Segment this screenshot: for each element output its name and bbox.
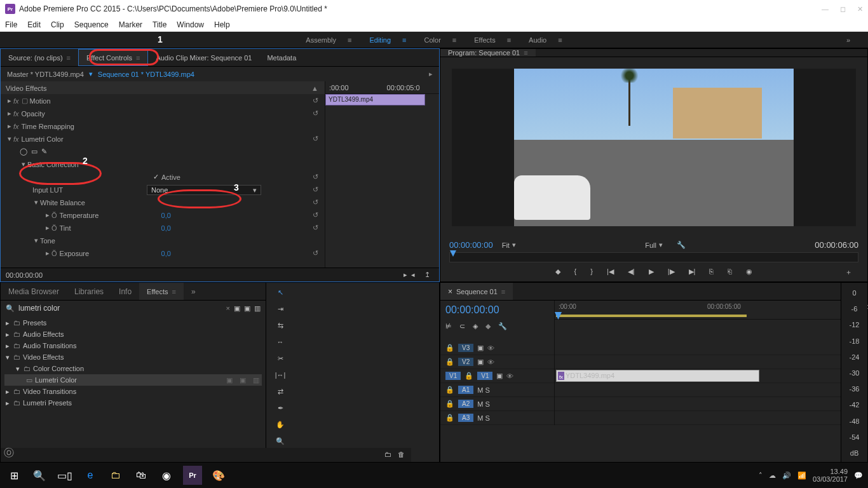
paint-icon[interactable]: 🎨 bbox=[210, 466, 227, 484]
ec-tone[interactable]: Tone bbox=[40, 237, 55, 245]
premiere-taskbar-icon[interactable]: Pr bbox=[183, 466, 202, 485]
store-icon[interactable]: 🛍 bbox=[132, 466, 150, 484]
goto-in-button[interactable]: |◀ bbox=[607, 268, 614, 276]
menu-file[interactable]: File bbox=[5, 20, 17, 29]
effects-search-input[interactable] bbox=[18, 304, 222, 313]
eye-icon[interactable]: 👁 bbox=[487, 358, 494, 366]
add-marker-icon[interactable]: ◈ bbox=[473, 322, 478, 330]
workspace-color[interactable]: Color bbox=[424, 36, 441, 44]
step-forward-button[interactable]: |▶ bbox=[668, 268, 675, 276]
twisty-icon[interactable]: ▸ bbox=[4, 388, 11, 396]
taskbar-clock[interactable]: 13.49 03/03/2017 bbox=[813, 468, 848, 483]
mask-ellipse-icon[interactable]: ◯ bbox=[20, 147, 27, 156]
mask-pen-icon[interactable]: ✎ bbox=[41, 147, 47, 156]
menu-marker[interactable]: Marker bbox=[119, 20, 142, 29]
program-scrub-bar[interactable] bbox=[449, 252, 858, 262]
twisty-icon[interactable]: ▾ bbox=[4, 353, 11, 362]
edge-icon[interactable]: e bbox=[81, 466, 99, 484]
workspace-editing[interactable]: Editing bbox=[369, 36, 391, 44]
tab-libraries[interactable]: Libraries bbox=[67, 283, 111, 300]
reset-icon[interactable]: ↺ bbox=[313, 135, 318, 143]
ec-loop-icon[interactable]: ▸◂ bbox=[403, 271, 419, 278]
mask-rect-icon[interactable]: ▭ bbox=[31, 147, 37, 156]
menu-clip[interactable]: Clip bbox=[51, 20, 64, 29]
track-select-tool-icon[interactable]: ⇥ bbox=[274, 303, 287, 315]
start-button[interactable]: ⊞ bbox=[5, 466, 23, 484]
track-ms[interactable]: M S bbox=[477, 386, 490, 394]
track-ms[interactable]: M S bbox=[477, 414, 490, 422]
tab-media-browser[interactable]: Media Browser bbox=[1, 283, 67, 300]
tab-source[interactable]: Source: (no clips) ≡ bbox=[1, 49, 78, 66]
twisty-icon[interactable]: ▸ bbox=[6, 97, 13, 105]
close-button[interactable]: ✕ bbox=[857, 5, 863, 13]
pen-tool-icon[interactable]: ✒ bbox=[274, 402, 287, 414]
track-toggle-icon[interactable]: ▣ bbox=[496, 372, 503, 380]
new-bin-icon[interactable]: 🗀 bbox=[384, 451, 391, 459]
twisty-icon[interactable]: ▸ bbox=[6, 109, 13, 118]
ec-footer-timecode[interactable]: 00:00:00:00 bbox=[6, 271, 43, 279]
search-button[interactable]: 🔍 bbox=[31, 466, 48, 484]
reset-icon[interactable]: ↺ bbox=[313, 198, 318, 207]
tray-chevron-icon[interactable]: ˄ bbox=[759, 471, 763, 480]
track-toggle-icon[interactable]: ▣ bbox=[477, 358, 484, 366]
twisty-icon[interactable]: ▸ bbox=[44, 224, 51, 232]
twisty-icon[interactable]: ▾ bbox=[20, 160, 27, 168]
tab-effect-controls[interactable]: Effect Controls ≡ bbox=[78, 49, 148, 66]
track-v3[interactable]: V3 bbox=[458, 344, 473, 352]
tree-lumetri-color[interactable]: Lumetri Color bbox=[35, 376, 77, 384]
track-v1-source[interactable]: V1 bbox=[445, 372, 461, 380]
lift-button[interactable]: ⎘ bbox=[709, 268, 714, 276]
reset-icon[interactable]: ↺ bbox=[313, 186, 318, 194]
delete-icon[interactable]: 🗑 bbox=[398, 451, 405, 459]
goto-out-button[interactable]: ▶| bbox=[689, 268, 696, 276]
tree-color-correction[interactable]: Color Correction bbox=[33, 365, 84, 372]
twisty-icon[interactable]: ▸ bbox=[4, 319, 11, 327]
tab-info[interactable]: Info bbox=[111, 283, 139, 300]
tray-onedrive-icon[interactable]: ☁ bbox=[769, 471, 776, 480]
twisty-icon[interactable]: ▸ bbox=[6, 122, 13, 130]
tree-audio-transitions[interactable]: Audio Transitions bbox=[23, 342, 76, 349]
ec-sequence-label[interactable]: Sequence 01 * YDTL3499.mp4 bbox=[98, 71, 194, 78]
rate-stretch-tool-icon[interactable]: ↔ bbox=[274, 336, 287, 348]
workspace-overflow-icon[interactable]: » bbox=[846, 36, 850, 44]
ec-opacity[interactable]: Opacity bbox=[22, 110, 45, 118]
tl-marker-icon[interactable]: ◆ bbox=[485, 322, 491, 330]
tab-program[interactable]: Program: Sequence 01 ≡ bbox=[440, 49, 536, 57]
track-v2[interactable]: V2 bbox=[458, 358, 473, 366]
twisty-icon[interactable]: ▸ bbox=[4, 342, 11, 350]
action-center-icon[interactable]: 💬 bbox=[854, 471, 863, 480]
maximize-button[interactable]: ◻ bbox=[840, 5, 846, 13]
section-toggle-icon[interactable]: ▲ bbox=[311, 85, 318, 92]
lock-icon[interactable]: 🔒 bbox=[445, 386, 454, 394]
twisty-icon[interactable]: ▸ bbox=[4, 399, 11, 407]
step-back-button[interactable]: ◀| bbox=[628, 268, 635, 276]
track-a1[interactable]: A1 bbox=[458, 386, 473, 394]
program-timecode-left[interactable]: 00:00:00:00 bbox=[449, 240, 493, 250]
twisty-icon[interactable]: ▾ bbox=[32, 198, 40, 207]
workspace-assembly[interactable]: Assembly bbox=[306, 36, 336, 44]
slide-tool-icon[interactable]: ⇄ bbox=[274, 386, 287, 397]
snap-icon[interactable]: ⊭ bbox=[445, 322, 452, 330]
play-button[interactable]: ▶ bbox=[649, 268, 654, 276]
track-a3[interactable]: A3 bbox=[458, 414, 473, 422]
tree-video-effects[interactable]: Video Effects bbox=[23, 353, 64, 361]
tl-settings-icon[interactable]: 🔧 bbox=[498, 322, 507, 330]
menu-edit[interactable]: Edit bbox=[27, 20, 41, 29]
settings-wrench-icon[interactable]: 🔧 bbox=[677, 241, 686, 249]
zoom-tool-icon[interactable]: 🔍 bbox=[274, 435, 287, 447]
ripple-edit-tool-icon[interactable]: ⇆ bbox=[274, 320, 287, 331]
tab-effects[interactable]: Effects ≡ bbox=[139, 283, 184, 300]
workspace-audio[interactable]: Audio bbox=[529, 36, 546, 44]
tint-value[interactable]: 0,0 bbox=[161, 224, 171, 232]
twisty-icon[interactable]: ▸ bbox=[44, 211, 51, 219]
lock-icon[interactable]: 🔒 bbox=[465, 372, 473, 380]
ec-play-icon[interactable]: ▸ bbox=[429, 70, 433, 78]
track-ms[interactable]: M S bbox=[477, 400, 490, 408]
hand-tool-icon[interactable]: ✋ bbox=[274, 419, 287, 430]
twisty-icon[interactable]: ▾ bbox=[15, 365, 21, 373]
reset-icon[interactable]: ↺ bbox=[313, 173, 318, 181]
marker-button[interactable]: ◆ bbox=[555, 268, 560, 276]
ec-motion[interactable]: Motion bbox=[30, 97, 51, 105]
lock-icon[interactable]: 🔒 bbox=[445, 400, 454, 408]
in-point-button[interactable]: { bbox=[574, 268, 577, 276]
